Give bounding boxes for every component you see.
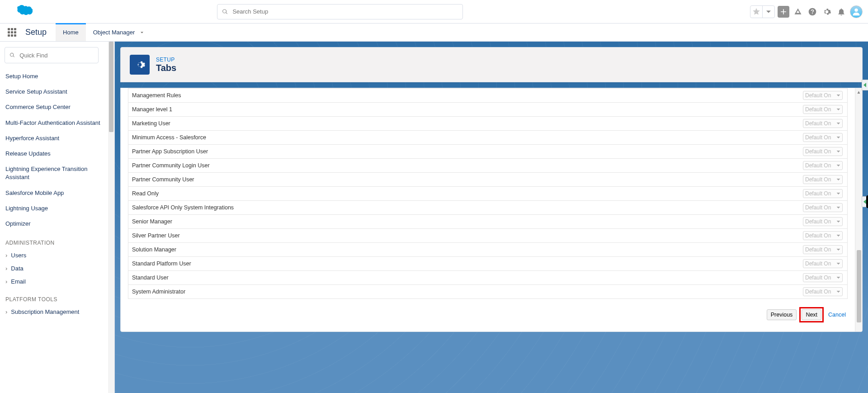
visibility-select-cell: Default On	[730, 131, 848, 145]
visibility-select-cell: Default On	[730, 243, 848, 257]
visibility-select[interactable]: Default On	[803, 91, 843, 100]
scroll-up-arrow-icon[interactable]: ▲	[855, 88, 862, 95]
visibility-select[interactable]: Default On	[803, 231, 843, 240]
profile-name-cell: Read Only	[128, 187, 730, 201]
content-scrollbar[interactable]: ▲	[855, 88, 862, 331]
sidebar-item-commerce-setup-center[interactable]: Commerce Setup Center	[5, 99, 104, 115]
visibility-select-cell: Default On	[730, 173, 848, 187]
tab-object-manager[interactable]: Object Manager	[86, 24, 152, 41]
sidebar-item-lightning-usage[interactable]: Lightning Usage	[5, 201, 104, 216]
table-row: Salesforce API Only System IntegrationsD…	[128, 201, 848, 215]
sidebar-item-mfa-assistant[interactable]: Multi-Factor Authentication Assistant	[5, 115, 104, 131]
sidebar-item-salesforce-mobile-app[interactable]: Salesforce Mobile App	[5, 185, 104, 201]
visibility-select-cell: Default On	[730, 89, 848, 103]
scrollbar-thumb[interactable]	[857, 250, 861, 322]
profile-name-cell: Salesforce API Only System Integrations	[128, 201, 730, 215]
visibility-select-cell: Default On	[730, 271, 848, 285]
visibility-select-cell: Default On	[730, 103, 848, 117]
sidebar-item-data[interactable]: ›Data	[5, 262, 104, 275]
visibility-select-cell: Default On	[730, 145, 848, 159]
sidebar-section-platform-tools: PLATFORM TOOLS	[5, 288, 104, 305]
profile-name-cell: Management Rules	[128, 89, 730, 103]
visibility-select[interactable]: Default On	[803, 147, 843, 156]
sidebar-item-email[interactable]: ›Email	[5, 275, 104, 288]
notifications-bell-icon[interactable]	[835, 6, 847, 18]
table-row: System AdministratorDefault On	[128, 285, 848, 299]
main-layout: Setup Home Service Setup Assistant Comme…	[0, 42, 868, 393]
chevron-right-icon: ›	[5, 278, 7, 285]
visibility-select[interactable]: Default On	[803, 133, 843, 142]
next-button[interactable]: Next	[802, 309, 821, 320]
visibility-select-cell: Default On	[730, 257, 848, 271]
app-launcher-button[interactable]	[0, 24, 24, 41]
visibility-select[interactable]: Default On	[803, 259, 843, 268]
visibility-select-cell: Default On	[730, 215, 848, 229]
next-button-highlight: Next	[799, 307, 824, 322]
page-header: SETUP Tabs	[120, 47, 863, 82]
visibility-select[interactable]: Default On	[803, 189, 843, 198]
table-row: Minimum Access - SalesforceDefault On	[128, 131, 848, 145]
table-row: Manager level 1Default On	[128, 103, 848, 117]
context-bar: Setup Home Object Manager	[0, 24, 868, 42]
previous-button[interactable]: Previous	[767, 309, 797, 320]
setup-gear-icon[interactable]	[821, 6, 833, 18]
help-icon[interactable]	[807, 6, 818, 18]
visibility-select[interactable]: Default On	[803, 217, 843, 226]
profile-name-cell: Solution Manager	[128, 243, 730, 257]
global-search-input[interactable]	[232, 8, 458, 15]
visibility-select[interactable]: Default On	[803, 119, 843, 128]
quick-find-input[interactable]	[19, 52, 94, 59]
page-breadcrumb: SETUP	[156, 57, 176, 63]
favorites-combo	[750, 5, 775, 18]
global-search[interactable]	[217, 4, 463, 19]
tab-label: Home	[63, 29, 79, 36]
scrollbar-thumb[interactable]	[109, 42, 113, 132]
user-avatar[interactable]	[850, 5, 863, 18]
profile-name-cell: System Administrator	[128, 285, 730, 299]
profile-name-cell: Partner Community User	[128, 173, 730, 187]
visibility-select[interactable]: Default On	[803, 161, 843, 170]
visibility-select-cell: Default On	[730, 285, 848, 299]
inner-scroll-area: Management RulesDefault OnManager level …	[121, 88, 855, 331]
visibility-select[interactable]: Default On	[803, 175, 843, 184]
app-name: Setup	[24, 24, 56, 41]
sidebar-item-setup-home[interactable]: Setup Home	[5, 69, 104, 84]
profile-name-cell: Silver Partner User	[128, 229, 730, 243]
table-row: Read OnlyDefault On	[128, 187, 848, 201]
chevron-right-icon: ›	[5, 308, 7, 315]
chevron-right-icon: ›	[5, 265, 7, 272]
visibility-select[interactable]: Default On	[803, 105, 843, 114]
sidebar-item-service-setup-assistant[interactable]: Service Setup Assistant	[5, 84, 104, 99]
cancel-link[interactable]: Cancel	[828, 312, 846, 318]
tab-home[interactable]: Home	[56, 24, 86, 41]
favorite-star-button[interactable]	[750, 6, 762, 18]
sidebar-item-hyperforce-assistant[interactable]: Hyperforce Assistant	[5, 131, 104, 146]
visibility-select[interactable]: Default On	[803, 245, 843, 254]
global-header	[0, 0, 868, 24]
table-row: Partner App Subscription UserDefault On	[128, 145, 848, 159]
visibility-select[interactable]: Default On	[803, 203, 843, 212]
dock-panel-toggle[interactable]	[862, 80, 868, 90]
visibility-select-cell: Default On	[730, 229, 848, 243]
profile-name-cell: Manager level 1	[128, 103, 730, 117]
sidebar-item-subscription-management[interactable]: ›Subscription Management	[5, 305, 104, 318]
trailhead-icon[interactable]	[792, 6, 804, 18]
visibility-select[interactable]: Default On	[803, 273, 843, 282]
gear-icon	[130, 55, 150, 75]
favorite-dropdown-button[interactable]	[763, 6, 774, 18]
content-area: SETUP Tabs Management RulesDefault OnMan…	[115, 42, 868, 393]
search-icon	[9, 52, 15, 58]
quick-find[interactable]	[5, 47, 99, 63]
form-actions: Previous Next Cancel	[128, 299, 848, 324]
sidebar-item-release-updates[interactable]: Release Updates	[5, 146, 104, 161]
sidebar-item-lex-transition-assistant[interactable]: Lightning Experience Transition Assistan…	[5, 161, 104, 185]
sidebar-scrollbar[interactable]	[108, 42, 114, 393]
header-actions	[750, 5, 863, 18]
global-add-button[interactable]	[778, 6, 789, 18]
sidebar-item-optimizer[interactable]: Optimizer	[5, 216, 104, 232]
table-row: Senior ManagerDefault On	[128, 215, 848, 229]
sidebar-item-users[interactable]: ›Users	[5, 249, 104, 262]
visibility-select-cell: Default On	[730, 117, 848, 131]
chevron-right-icon: ›	[5, 252, 7, 259]
visibility-select[interactable]: Default On	[803, 287, 843, 296]
